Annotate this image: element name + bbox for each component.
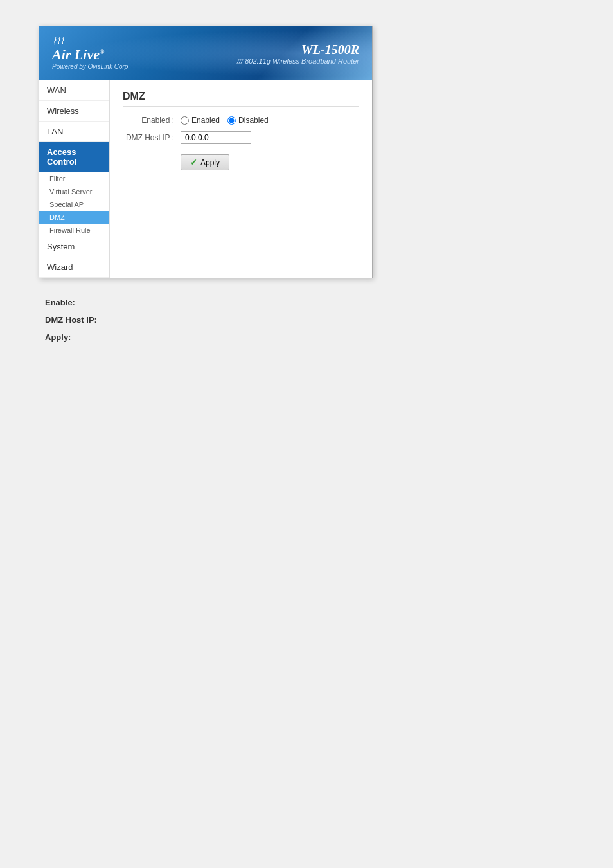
sidebar-sub-special-ap[interactable]: Special AP bbox=[39, 198, 109, 211]
dmz-host-ip-input[interactable] bbox=[181, 131, 251, 144]
disabled-option-label: Disabled bbox=[238, 116, 269, 125]
enabled-radio-group: Enabled Disabled bbox=[181, 116, 269, 125]
header-right: WL-1500R /// 802.11g Wireless Broadband … bbox=[237, 42, 359, 65]
enabled-option[interactable]: Enabled bbox=[181, 116, 220, 125]
help-section: Enable: DMZ Host IP: Apply: bbox=[39, 298, 574, 342]
help-dmz-host-ip: DMZ Host IP: bbox=[45, 315, 568, 325]
sidebar-sub-dmz[interactable]: DMZ bbox=[39, 211, 109, 224]
router-header: ⌇⌇⌇ Air Live® Powered by OvisLink Corp. … bbox=[39, 26, 372, 80]
logo-area: ⌇⌇⌇ Air Live® Powered by OvisLink Corp. bbox=[52, 37, 130, 70]
disabled-option[interactable]: Disabled bbox=[227, 116, 269, 125]
sidebar-item-system[interactable]: System bbox=[39, 237, 109, 257]
help-apply: Apply: bbox=[45, 332, 568, 342]
check-icon: ✓ bbox=[190, 158, 197, 167]
enabled-label: Enabled : bbox=[123, 116, 181, 125]
content-title: DMZ bbox=[123, 91, 359, 107]
model-desc: /// 802.11g Wireless Broadband Router bbox=[237, 57, 359, 65]
sidebar-item-access-control[interactable]: Access Control bbox=[39, 142, 109, 172]
enabled-radio[interactable] bbox=[181, 116, 189, 125]
dmz-host-ip-label: DMZ Host IP : bbox=[123, 133, 181, 142]
sidebar-item-wireless[interactable]: Wireless bbox=[39, 101, 109, 122]
sidebar-item-wan[interactable]: WAN bbox=[39, 80, 109, 101]
router-ui: ⌇⌇⌇ Air Live® Powered by OvisLink Corp. … bbox=[39, 26, 373, 278]
apply-label: Apply bbox=[200, 158, 220, 167]
page-wrapper: ⌇⌇⌇ Air Live® Powered by OvisLink Corp. … bbox=[0, 0, 613, 375]
sidebar: WAN Wireless LAN Access Control Filter V… bbox=[39, 80, 110, 278]
signal-waves-icon: ⌇⌇⌇ bbox=[52, 37, 130, 46]
apply-button[interactable]: ✓ Apply bbox=[181, 154, 229, 170]
sidebar-sub-virtual-server[interactable]: Virtual Server bbox=[39, 185, 109, 198]
model-name: WL-1500R bbox=[237, 42, 359, 57]
help-enable-label: Enable: bbox=[45, 298, 75, 307]
help-enable: Enable: bbox=[45, 298, 568, 307]
logo-subtitle: Powered by OvisLink Corp. bbox=[52, 63, 130, 70]
sidebar-item-lan[interactable]: LAN bbox=[39, 122, 109, 142]
apply-row: ✓ Apply bbox=[123, 154, 359, 170]
content-area: DMZ Enabled : Enabled Disabled bbox=[110, 80, 372, 278]
disabled-radio[interactable] bbox=[227, 116, 236, 125]
main-layout: WAN Wireless LAN Access Control Filter V… bbox=[39, 80, 372, 278]
logo-brand: Air Live® bbox=[52, 46, 130, 63]
sidebar-sub-filter[interactable]: Filter bbox=[39, 172, 109, 185]
dmz-host-ip-row: DMZ Host IP : bbox=[123, 131, 359, 144]
enabled-option-label: Enabled bbox=[191, 116, 220, 125]
enabled-row: Enabled : Enabled Disabled bbox=[123, 116, 359, 125]
sidebar-sub-firewall-rule[interactable]: Firewall Rule bbox=[39, 224, 109, 237]
sidebar-item-wizard[interactable]: Wizard bbox=[39, 257, 109, 278]
help-dmz-host-ip-label: DMZ Host IP: bbox=[45, 315, 97, 325]
help-apply-label: Apply: bbox=[45, 332, 71, 342]
